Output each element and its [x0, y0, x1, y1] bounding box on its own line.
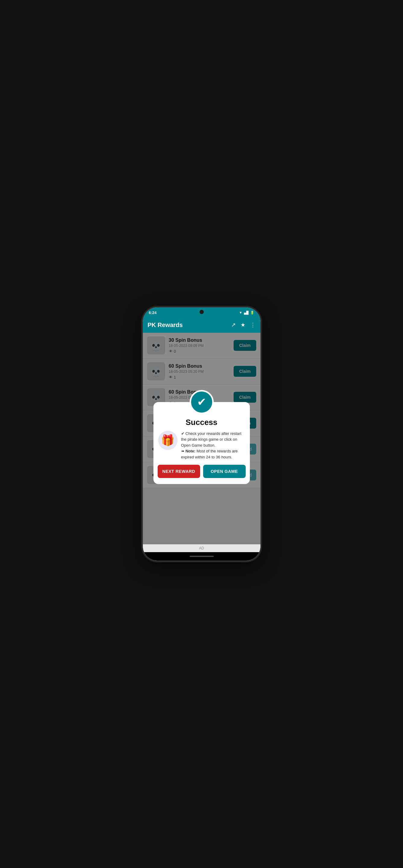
open-game-button[interactable]: OPEN GAME	[203, 465, 246, 478]
checkmark-icon: ✔	[197, 396, 206, 408]
modal-overlay: ✔ Success 🎁 ✔ Check your rewards after r…	[143, 333, 260, 544]
battery-icon: 🔋	[250, 311, 254, 315]
next-reward-button[interactable]: NEXT REWARD	[158, 465, 200, 478]
wifi-icon: ▼	[239, 311, 242, 314]
modal-body: 🎁 ✔ Check your rewards after restart the…	[153, 431, 250, 465]
gift-icon: 🎁	[158, 431, 178, 450]
app-bar: PK Rewards ↗ ★ ⋮	[143, 317, 260, 333]
signal-icon: ▄█	[244, 311, 249, 314]
nav-bar	[143, 552, 260, 561]
success-check-circle: ✔	[190, 390, 214, 414]
phone-screen: 6:24 ▼ ▄█ 🔋 PK Rewards ↗ ★ ⋮ 💀	[143, 307, 260, 561]
star-icon[interactable]: ★	[241, 321, 245, 328]
share-icon[interactable]: ↗	[231, 321, 236, 328]
home-indicator	[190, 556, 214, 557]
camera-notch	[199, 310, 204, 314]
modal-buttons: NEXT REWARD OPEN GAME	[153, 465, 250, 478]
modal-message: ✔ Check your rewards after restart the p…	[181, 431, 245, 460]
success-modal: ✔ Success 🎁 ✔ Check your rewards after r…	[153, 402, 250, 484]
ad-label: AD	[199, 546, 204, 550]
app-bar-title: PK Rewards	[148, 321, 183, 329]
phone-frame: 6:24 ▼ ▄█ 🔋 PK Rewards ↗ ★ ⋮ 💀	[143, 307, 260, 561]
content-area: 💀 30 Spin Bonus 18-05-2023 09:09 PM 👁 0 …	[143, 333, 260, 544]
ad-bar: AD	[143, 544, 260, 552]
note-label: Note:	[185, 449, 195, 453]
note-arrow-icon: ➠	[181, 449, 184, 453]
status-icons: ▼ ▄█ 🔋	[239, 311, 254, 315]
modal-message-part1: ✔ Check your rewards after restart the p…	[181, 431, 242, 447]
status-time: 6:24	[149, 310, 157, 315]
app-bar-icons: ↗ ★ ⋮	[231, 321, 256, 328]
more-icon[interactable]: ⋮	[250, 321, 256, 328]
